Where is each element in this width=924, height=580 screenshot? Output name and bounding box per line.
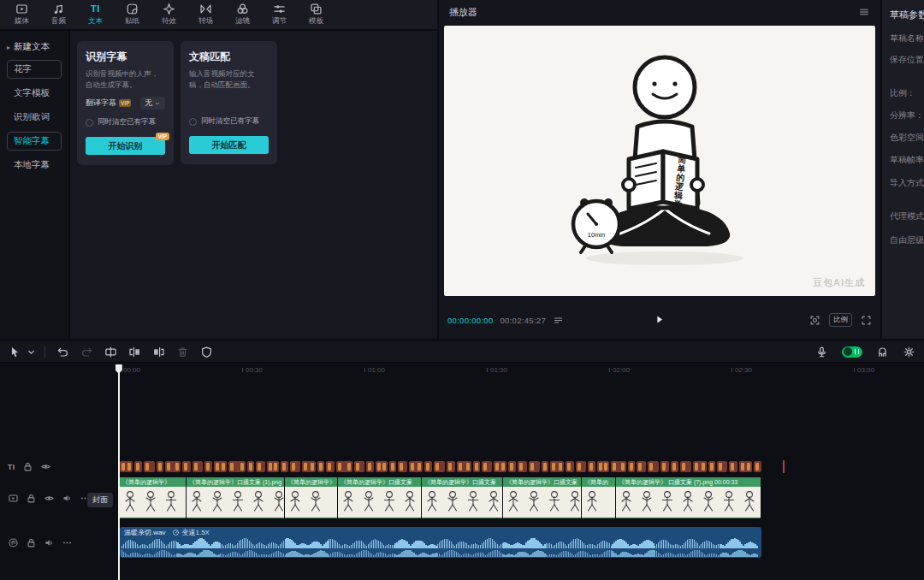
subtitle-clip[interactable] xyxy=(518,461,527,472)
toolbar-tab-template[interactable]: 模板 xyxy=(298,0,335,29)
subtitle-clip[interactable] xyxy=(267,461,279,472)
subtitle-clip[interactable] xyxy=(680,461,691,472)
subtitle-clip[interactable] xyxy=(134,461,142,472)
subtitle-clip[interactable] xyxy=(434,461,445,472)
start-recognize-button[interactable]: 开始识别 VIP xyxy=(86,137,165,155)
magnet-icon[interactable] xyxy=(876,346,889,358)
subtitle-clip[interactable] xyxy=(389,461,396,472)
lock-icon[interactable] xyxy=(26,537,37,548)
video-clip[interactable]: 《简单的逻辑学》口播文案 xyxy=(503,477,582,518)
subtitle-clip[interactable] xyxy=(717,461,727,472)
subtitle-clip[interactable] xyxy=(494,461,506,472)
sidebar-item-recognize-lyrics[interactable]: 识别歌词 xyxy=(7,108,62,127)
video-track[interactable]: 《简单的逻辑学》《简单的逻辑学》口播文案 (1).png《简单的逻辑学》《简单的… xyxy=(120,477,761,518)
clear-existing-subtitles-checkbox[interactable]: 同时清空已有字幕 xyxy=(189,116,269,127)
more-icon[interactable] xyxy=(62,537,73,548)
cover-button[interactable]: 封面 xyxy=(87,493,113,507)
sidebar-item-fancy-text[interactable]: 花字 xyxy=(7,60,62,79)
video-clip[interactable]: 《简单的逻辑学》 xyxy=(285,477,338,518)
trim-left-icon[interactable] xyxy=(128,346,141,358)
trim-right-icon[interactable] xyxy=(152,346,165,358)
speaker-icon[interactable] xyxy=(62,493,73,504)
subtitle-clip[interactable] xyxy=(398,461,407,472)
subtitle-clip[interactable] xyxy=(708,461,715,472)
subtitle-clip[interactable] xyxy=(529,461,540,472)
subtitle-clip[interactable] xyxy=(482,461,492,472)
undo-icon[interactable] xyxy=(56,346,69,358)
video-clip[interactable]: 《简单的逻辑学》口播文案 (1).png xyxy=(187,477,285,518)
subtitle-clip[interactable] xyxy=(281,461,288,472)
sidebar-item-text-template[interactable]: 文字模板 xyxy=(7,84,62,103)
focus-icon[interactable] xyxy=(809,315,820,326)
video-clip[interactable]: 《简单的逻辑学》口播文案 xyxy=(422,477,503,518)
toolbar-tab-media[interactable]: 媒体 xyxy=(3,0,40,29)
toolbar-tab-effects[interactable]: 特效 xyxy=(151,0,187,29)
redo-icon[interactable] xyxy=(80,346,93,358)
subtitle-clip[interactable] xyxy=(729,461,737,472)
subtitle-list-icon[interactable] xyxy=(553,315,564,326)
chevron-down-icon[interactable] xyxy=(25,346,33,358)
delete-icon[interactable] xyxy=(176,346,189,358)
eye-icon[interactable] xyxy=(44,493,55,504)
subtitle-clip[interactable] xyxy=(648,461,659,472)
subtitle-clip[interactable] xyxy=(550,461,564,472)
subtitle-clip[interactable] xyxy=(611,461,626,472)
subtitle-clip[interactable] xyxy=(256,461,265,472)
subtitle-clip[interactable] xyxy=(182,461,191,472)
lock-icon[interactable] xyxy=(26,493,37,504)
subtitle-clip[interactable] xyxy=(671,461,678,472)
subtitle-clip[interactable] xyxy=(597,461,609,472)
subtitle-clip[interactable] xyxy=(302,461,316,472)
clear-existing-subtitles-checkbox[interactable]: 同时清空已有字幕 xyxy=(86,117,165,127)
subtitle-track[interactable] xyxy=(120,461,763,472)
sidebar-item-local-subtitle[interactable]: 本地字幕 xyxy=(7,156,62,175)
mask-icon[interactable] xyxy=(200,346,213,358)
settings-icon[interactable] xyxy=(903,346,915,358)
subtitle-clip[interactable] xyxy=(192,461,203,472)
subtitle-clip[interactable] xyxy=(120,461,133,472)
subtitle-clip[interactable] xyxy=(376,461,388,472)
menu-icon[interactable] xyxy=(858,6,870,18)
fullscreen-icon[interactable] xyxy=(861,315,872,326)
subtitle-clip[interactable] xyxy=(247,461,254,472)
subtitle-clip[interactable] xyxy=(157,461,163,472)
subtitle-clip[interactable] xyxy=(214,461,227,472)
link-toggle[interactable] xyxy=(842,346,862,358)
eye-icon[interactable] xyxy=(40,461,51,472)
subtitle-clip[interactable] xyxy=(336,461,352,472)
toolbar-tab-sticker[interactable]: 贴纸 xyxy=(114,0,151,29)
start-match-button[interactable]: 开始匹配 xyxy=(189,136,269,154)
subtitle-clip[interactable] xyxy=(660,461,669,472)
subtitle-clip[interactable] xyxy=(508,461,516,472)
lock-icon[interactable] xyxy=(22,461,33,472)
subtitle-clip[interactable] xyxy=(144,461,155,472)
subtitle-clip[interactable] xyxy=(693,461,707,472)
subtitle-clip[interactable] xyxy=(457,461,471,472)
subtitle-clip[interactable] xyxy=(588,461,595,472)
subtitle-clip[interactable] xyxy=(637,461,646,472)
subtitle-clip[interactable] xyxy=(290,461,300,472)
subtitle-clip[interactable] xyxy=(366,461,374,472)
audio-clip[interactable]: 温暖亲切.wav 变速1.5X xyxy=(120,527,761,558)
cursor-icon[interactable] xyxy=(9,346,21,358)
ratio-button[interactable]: 比例 xyxy=(829,313,852,327)
mic-icon[interactable] xyxy=(815,346,828,358)
subtitle-clip[interactable] xyxy=(473,461,480,472)
toolbar-tab-adjust[interactable]: 调节 xyxy=(261,0,298,29)
video-clip[interactable]: 《简单的逻辑学》 xyxy=(120,477,187,518)
subtitle-clip[interactable] xyxy=(228,461,246,472)
speaker-icon[interactable] xyxy=(44,537,55,548)
translate-select[interactable]: 无 xyxy=(140,97,165,109)
subtitle-clip[interactable] xyxy=(165,461,181,472)
play-button[interactable] xyxy=(654,314,666,326)
subtitle-clip[interactable] xyxy=(566,461,574,472)
subtitle-clip[interactable] xyxy=(739,461,752,472)
toolbar-tab-text[interactable]: TI文本 xyxy=(77,0,114,29)
subtitle-clip[interactable] xyxy=(317,461,324,472)
toolbar-tab-transition[interactable]: 转场 xyxy=(187,0,224,29)
subtitle-clip[interactable] xyxy=(204,461,212,472)
video-clip[interactable]: 《简单的 xyxy=(582,477,616,518)
time-ruler[interactable]: 00:0000:3001:0001:3002:0002:3003:00 xyxy=(0,364,924,378)
subtitle-clip[interactable] xyxy=(542,461,548,472)
video-clip[interactable]: 《简单的逻辑学》口播文案 xyxy=(338,477,422,518)
